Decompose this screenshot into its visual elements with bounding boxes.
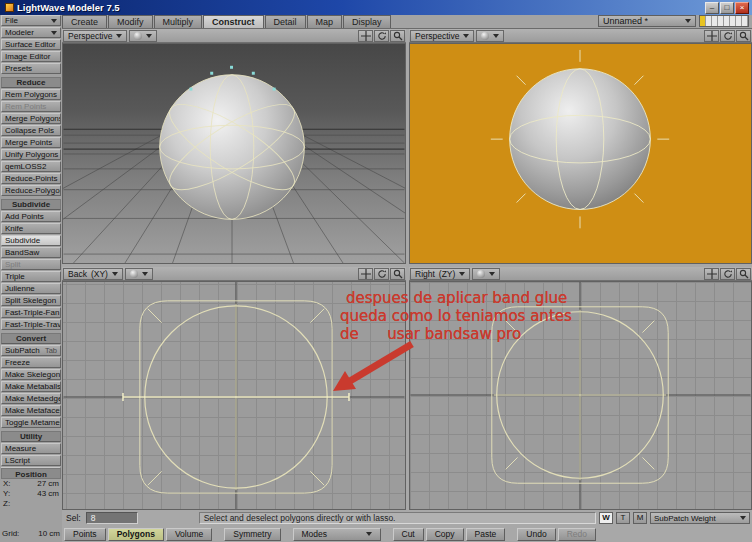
render-mode-dropdown[interactable] bbox=[472, 268, 500, 280]
position-readout: Position X:27 cm Y:43 cm Z: bbox=[1, 468, 61, 509]
cut-button[interactable]: Cut bbox=[393, 528, 424, 541]
view-type-dropdown[interactable]: Right (ZY) bbox=[410, 268, 470, 280]
sidebar-item-merge-points[interactable]: Merge Points bbox=[1, 137, 61, 148]
position-header: Position bbox=[1, 468, 61, 479]
tab-multiply[interactable]: Multiply bbox=[154, 15, 203, 28]
view-type-dropdown[interactable]: Perspective bbox=[410, 30, 474, 42]
zoom-icon[interactable] bbox=[390, 268, 405, 280]
volume-mode-button[interactable]: Volume bbox=[166, 528, 212, 541]
tab-construct[interactable]: Construct bbox=[203, 15, 264, 28]
viewport-top-right: Perspective bbox=[409, 29, 752, 264]
sidebar-item-modeler[interactable]: Modeler bbox=[1, 27, 61, 38]
x-label: X: bbox=[3, 479, 11, 489]
paste-button[interactable]: Paste bbox=[466, 528, 506, 541]
tab-detail[interactable]: Detail bbox=[265, 15, 306, 28]
sidebar-item-toggle-metamesh[interactable]: Toggle Metamesh bbox=[1, 417, 61, 428]
selection-label: Sel: bbox=[64, 513, 83, 523]
sidebar-item-make-metaedges[interactable]: Make Metaedges bbox=[1, 393, 61, 404]
sidebar-item-unify-polygons[interactable]: Unify Polygons bbox=[1, 149, 61, 160]
layer-cell[interactable] bbox=[742, 16, 748, 26]
hint-text: Select and deselect polygons directly or… bbox=[199, 512, 596, 524]
zoom-icon[interactable] bbox=[390, 30, 405, 42]
left-toolbar: File Modeler Surface Editor Image Editor… bbox=[0, 15, 62, 542]
sidebar-item-split-skelegon[interactable]: Split Skelegon bbox=[1, 295, 61, 306]
redo-button: Redo bbox=[558, 528, 596, 541]
sidebar-item-lscript[interactable]: LScript bbox=[1, 455, 61, 466]
tab-modify[interactable]: Modify bbox=[108, 15, 153, 28]
sidebar-item-triple[interactable]: Triple bbox=[1, 271, 61, 282]
sidebar-item-julienne[interactable]: Julienne bbox=[1, 283, 61, 294]
sidebar-item-fast-triple-trave[interactable]: Fast-Triple-Trave.. bbox=[1, 319, 61, 330]
sidebar-item-freeze[interactable]: Freeze bbox=[1, 357, 61, 368]
render-mode-icon bbox=[481, 32, 489, 40]
morph-mode-button[interactable]: M bbox=[633, 512, 647, 524]
viewport-canvas-back[interactable] bbox=[62, 281, 406, 510]
sidebar-item-surface-editor[interactable]: Surface Editor bbox=[1, 39, 61, 50]
sidebar-item-make-metaballs[interactable]: Make Metaballs bbox=[1, 381, 61, 392]
modes-dropdown[interactable]: Modes bbox=[293, 528, 381, 541]
pan-icon[interactable] bbox=[704, 268, 719, 280]
maximize-button[interactable]: □ bbox=[720, 2, 734, 14]
sidebar-item-knife[interactable]: Knife bbox=[1, 223, 61, 234]
tab-create[interactable]: Create bbox=[62, 15, 107, 28]
sidebar-item-presets[interactable]: Presets bbox=[1, 63, 61, 74]
zoom-icon[interactable] bbox=[736, 268, 751, 280]
view-type-dropdown[interactable]: Back (XY) bbox=[63, 268, 123, 280]
sidebar-item-file[interactable]: File bbox=[1, 15, 61, 26]
view-type-dropdown[interactable]: Perspective bbox=[63, 30, 127, 42]
sidebar-item-rem-polygons[interactable]: Rem Polygons bbox=[1, 89, 61, 100]
weight-mode-button[interactable]: W bbox=[599, 512, 613, 524]
symmetry-button[interactable]: Symmetry bbox=[224, 528, 280, 541]
pan-icon[interactable] bbox=[358, 30, 373, 42]
sidebar-item-reduce-points[interactable]: Reduce-Points bbox=[1, 173, 61, 184]
render-mode-dropdown[interactable] bbox=[125, 268, 153, 280]
render-mode-dropdown[interactable] bbox=[129, 30, 157, 42]
perspective-scene bbox=[63, 44, 405, 263]
object-selector-dropdown[interactable]: Unnamed * bbox=[598, 15, 696, 27]
viewport-header: Perspective bbox=[62, 29, 406, 43]
points-mode-button[interactable]: Points bbox=[64, 528, 106, 541]
vertex-map-dropdown[interactable]: SubPatch Weight bbox=[650, 512, 750, 524]
sidebar-item-collapse-pols[interactable]: Collapse Pols bbox=[1, 125, 61, 136]
tab-display[interactable]: Display bbox=[343, 15, 391, 28]
layer-selector[interactable] bbox=[699, 15, 749, 27]
sidebar-item-subpatch[interactable]: SubPatchTab bbox=[1, 345, 61, 356]
undo-button[interactable]: Undo bbox=[517, 528, 555, 541]
sidebar-item-reduce-polygons[interactable]: Reduce-Polygons bbox=[1, 185, 61, 196]
tab-map[interactable]: Map bbox=[307, 15, 343, 28]
texture-mode-button[interactable]: T bbox=[616, 512, 630, 524]
dropdown-arrow-icon bbox=[459, 272, 465, 276]
rotate-icon[interactable] bbox=[720, 268, 735, 280]
dropdown-arrow-icon bbox=[146, 34, 152, 38]
rotate-icon[interactable] bbox=[374, 30, 389, 42]
pan-icon[interactable] bbox=[704, 30, 719, 42]
polygons-mode-button[interactable]: Polygons bbox=[108, 528, 164, 541]
viewport-canvas-perspective-shaded[interactable] bbox=[62, 43, 406, 264]
sidebar-item-merge-polygons[interactable]: Merge Polygons bbox=[1, 113, 61, 124]
sidebar-item-qemloss2[interactable]: qemLOSS2 bbox=[1, 161, 61, 172]
sidebar-item-make-skelegons[interactable]: Make Skelegons bbox=[1, 369, 61, 380]
viewport-canvas-right[interactable] bbox=[409, 281, 752, 510]
sidebar-item-subdivide[interactable]: Subdivide bbox=[1, 235, 61, 246]
dropdown-arrow-icon bbox=[463, 34, 469, 38]
close-button[interactable]: × bbox=[735, 2, 749, 14]
sidebar-item-add-points[interactable]: Add Points bbox=[1, 211, 61, 222]
rotate-icon[interactable] bbox=[374, 268, 389, 280]
minimize-button[interactable]: – bbox=[705, 2, 719, 14]
dropdown-arrow-icon bbox=[493, 34, 499, 38]
viewport-canvas-perspective-orange[interactable] bbox=[409, 43, 752, 264]
sidebar-header-utility: Utility bbox=[1, 431, 61, 442]
orange-scene bbox=[410, 44, 751, 263]
sidebar-item-measure[interactable]: Measure bbox=[1, 443, 61, 454]
zoom-icon[interactable] bbox=[736, 30, 751, 42]
dropdown-arrow-icon bbox=[116, 34, 122, 38]
pan-icon[interactable] bbox=[358, 268, 373, 280]
copy-button[interactable]: Copy bbox=[426, 528, 464, 541]
sidebar-item-bandsaw[interactable]: BandSaw bbox=[1, 247, 61, 258]
sidebar-item-make-metafaces[interactable]: Make Metafaces bbox=[1, 405, 61, 416]
viewport-header: Back (XY) bbox=[62, 267, 406, 281]
sidebar-item-fast-triple-fan[interactable]: Fast-Triple-Fan bbox=[1, 307, 61, 318]
sidebar-item-image-editor[interactable]: Image Editor bbox=[1, 51, 61, 62]
render-mode-dropdown[interactable] bbox=[476, 30, 504, 42]
rotate-icon[interactable] bbox=[720, 30, 735, 42]
